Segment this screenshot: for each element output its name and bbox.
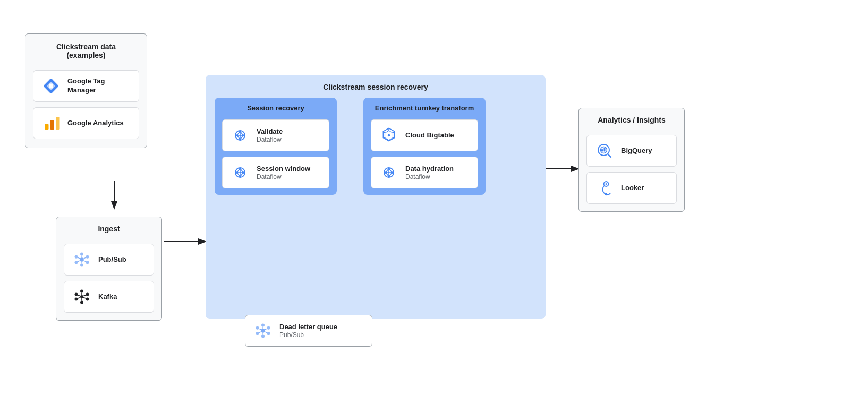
svg-point-44: [236, 134, 238, 136]
looker-item: Looker: [586, 172, 677, 204]
svg-line-84: [608, 154, 611, 157]
validate-label: Validate: [257, 127, 283, 136]
enrichment-inner-box: Enrichment turnkey transform: [363, 98, 486, 195]
svg-point-29: [75, 293, 78, 296]
svg-point-18: [75, 261, 78, 264]
session-recovery-inner-box: Session recovery: [215, 98, 337, 195]
svg-rect-12: [56, 117, 60, 130]
session-window-dataflow-icon: [230, 162, 250, 183]
svg-point-73: [267, 326, 270, 330]
data-hydration-item: Data hydration Dataflow: [371, 157, 478, 188]
bigtable-label: Cloud Bigtable: [405, 131, 454, 140]
validate-dataflow-icon: [230, 125, 250, 145]
svg-rect-11: [50, 120, 55, 130]
svg-line-81: [265, 332, 267, 333]
analytics-box: Analytics / Insights BigQuery: [578, 108, 685, 212]
svg-point-89: [605, 193, 608, 196]
svg-line-78: [259, 329, 261, 330]
validate-sublabel: Dataflow: [257, 136, 283, 143]
bigquery-icon: [594, 141, 615, 161]
ga-icon: [41, 113, 61, 133]
svg-line-35: [78, 295, 81, 296]
svg-point-66: [388, 176, 390, 178]
session-window-item: Session window Dataflow: [222, 157, 329, 188]
svg-point-30: [86, 293, 89, 296]
session-recovery-inner-cols: Session recovery: [215, 98, 537, 195]
svg-point-67: [385, 171, 387, 174]
dead-letter-pubsub-icon: [253, 321, 273, 341]
svg-point-52: [242, 171, 244, 174]
gtm-label: Google Tag Manager: [67, 77, 131, 95]
svg-point-49: [239, 168, 241, 170]
session-recovery-inner-title: Session recovery: [222, 104, 329, 112]
svg-line-36: [78, 298, 81, 299]
svg-point-42: [239, 131, 241, 133]
svg-line-79: [259, 332, 261, 333]
svg-rect-10: [45, 124, 49, 130]
svg-point-71: [261, 335, 265, 338]
svg-line-38: [83, 298, 86, 299]
ingest-box: Ingest Pu: [56, 217, 162, 321]
session-recovery-outer-box: Clickstream session recovery Session rec…: [206, 75, 546, 319]
svg-point-55: [388, 134, 390, 137]
ga-label: Google Analytics: [67, 119, 124, 128]
svg-point-27: [80, 290, 83, 293]
svg-point-26: [80, 295, 83, 298]
dead-letter-box: Dead letter queue Pub/Sub: [245, 315, 372, 347]
session-window-sublabel: Dataflow: [257, 173, 310, 180]
svg-point-88: [606, 183, 607, 185]
svg-point-69: [261, 329, 265, 333]
ingest-title: Ingest: [64, 225, 154, 233]
pubsub-label: Pub/Sub: [98, 255, 126, 264]
gtm-icon: [41, 76, 61, 96]
analytics-title: Analytics / Insights: [586, 116, 677, 124]
svg-point-68: [391, 171, 393, 174]
data-hydration-dataflow-icon: [379, 162, 399, 183]
looker-label: Looker: [621, 184, 644, 193]
svg-line-37: [83, 295, 86, 296]
dead-letter-sublabel: Pub/Sub: [279, 331, 337, 339]
dead-letter-label: Dead letter queue: [279, 323, 337, 332]
validate-item: Validate Dataflow: [222, 119, 329, 151]
svg-line-23: [78, 261, 80, 262]
clickstream-box: Clickstream data (examples) Google Tag M…: [25, 33, 147, 148]
kafka-label: Kafka: [98, 292, 117, 302]
ga-item: Google Analytics: [33, 107, 139, 139]
svg-point-14: [80, 253, 83, 256]
svg-point-13: [80, 257, 84, 262]
looker-icon: [594, 178, 615, 198]
svg-point-65: [388, 168, 390, 170]
session-window-label: Session window: [257, 165, 310, 174]
gtm-item: Google Tag Manager: [33, 70, 139, 102]
svg-point-51: [236, 171, 238, 174]
svg-point-19: [86, 261, 89, 264]
svg-point-72: [256, 326, 259, 330]
bigquery-label: BigQuery: [621, 147, 652, 156]
session-recovery-outer-title: Clickstream session recovery: [215, 83, 537, 91]
svg-point-28: [80, 301, 83, 304]
svg-point-74: [256, 332, 259, 335]
bigtable-item: Cloud Bigtable: [371, 119, 478, 151]
svg-line-24: [83, 257, 86, 259]
svg-line-25: [83, 261, 86, 262]
bigtable-icon: [379, 125, 399, 145]
pubsub-icon: [72, 249, 92, 270]
svg-point-16: [75, 255, 78, 259]
data-hydration-sublabel: Dataflow: [405, 173, 454, 180]
svg-point-17: [86, 255, 89, 259]
svg-point-70: [261, 324, 265, 327]
svg-point-50: [239, 176, 241, 178]
svg-point-15: [80, 264, 83, 267]
pubsub-item: Pub/Sub: [64, 244, 154, 276]
bigquery-item: BigQuery: [586, 135, 677, 167]
data-hydration-label: Data hydration: [405, 165, 454, 174]
kafka-item: Kafka: [64, 281, 154, 313]
svg-rect-85: [601, 149, 603, 152]
svg-point-31: [75, 298, 78, 301]
clickstream-title: Clickstream data (examples): [33, 42, 139, 59]
svg-point-32: [86, 298, 89, 301]
svg-line-22: [78, 257, 80, 259]
svg-rect-9: [49, 84, 53, 89]
svg-point-43: [239, 139, 241, 141]
svg-line-80: [265, 329, 267, 330]
